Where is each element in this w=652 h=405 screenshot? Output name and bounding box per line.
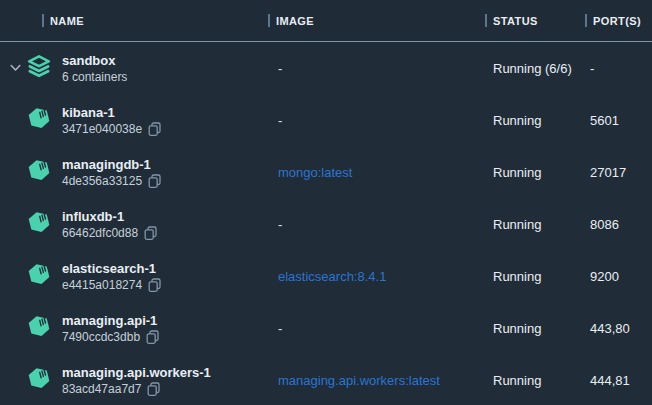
container-icon bbox=[26, 105, 53, 135]
container-icon bbox=[26, 365, 53, 395]
container-name: sandbox bbox=[62, 52, 127, 69]
container-id: e4415a018274 bbox=[62, 277, 142, 293]
chevron-down-icon[interactable] bbox=[10, 63, 21, 74]
container-icon bbox=[26, 157, 53, 187]
ports-cell: 443,80 bbox=[585, 321, 652, 336]
column-divider bbox=[268, 14, 270, 27]
container-icon bbox=[26, 209, 53, 239]
name-cell: elasticsearch-1 e4415a018274 bbox=[0, 260, 268, 293]
status-cell: Running bbox=[485, 321, 585, 336]
container-name: managing.api-1 bbox=[62, 312, 159, 329]
table-body: sandbox 6 containers - Running (6/6) - bbox=[0, 42, 652, 405]
name-cell: managing.api-1 7490ccdc3dbb bbox=[0, 312, 268, 345]
copy-icon[interactable] bbox=[144, 226, 157, 240]
column-header-image-label: IMAGE bbox=[276, 15, 314, 27]
column-header-name[interactable]: NAME bbox=[0, 14, 268, 27]
status-cell: Running bbox=[485, 269, 585, 284]
column-divider bbox=[585, 14, 587, 27]
copy-icon[interactable] bbox=[147, 382, 160, 396]
image-cell: - bbox=[268, 61, 485, 76]
name-cell: kibana-1 3471e040038e bbox=[0, 104, 268, 137]
stack-icon bbox=[26, 55, 52, 82]
table-header: NAME IMAGE STATUS PORT(S) bbox=[0, 0, 652, 42]
name-cell: influxdb-1 66462dfc0d88 bbox=[0, 208, 268, 241]
container-id: 7490ccdc3dbb bbox=[62, 329, 140, 345]
container-id: 83acd47aa7d7 bbox=[62, 381, 141, 397]
container-name: managingdb-1 bbox=[62, 156, 161, 173]
container-id: 66462dfc0d88 bbox=[62, 225, 138, 241]
container-row[interactable]: elasticsearch-1 e4415a018274 elasticsear… bbox=[0, 250, 652, 302]
container-row[interactable]: influxdb-1 66462dfc0d88 - Running 8086 bbox=[0, 198, 652, 250]
column-header-name-label: NAME bbox=[50, 15, 84, 27]
status-cell: Running (6/6) bbox=[485, 61, 585, 76]
copy-icon[interactable] bbox=[146, 330, 159, 344]
copy-icon[interactable] bbox=[148, 174, 161, 188]
container-row[interactable]: managingdb-1 4de356a33125 mongo:latest R… bbox=[0, 146, 652, 198]
ports-cell: 5601 bbox=[585, 113, 652, 128]
status-cell: Running bbox=[485, 165, 585, 180]
status-cell: Running bbox=[485, 217, 585, 232]
copy-icon[interactable] bbox=[148, 122, 161, 136]
status-cell: Running bbox=[485, 113, 585, 128]
container-row[interactable]: managing.api-1 7490ccdc3dbb - Running 44… bbox=[0, 302, 652, 354]
column-header-image[interactable]: IMAGE bbox=[268, 14, 485, 27]
column-header-status[interactable]: STATUS bbox=[485, 14, 585, 27]
container-id: 3471e040038e bbox=[62, 121, 142, 137]
column-header-status-label: STATUS bbox=[493, 15, 538, 27]
containers-table: NAME IMAGE STATUS PORT(S) bbox=[0, 0, 652, 405]
container-id: 4de356a33125 bbox=[62, 173, 142, 189]
column-divider bbox=[42, 14, 44, 27]
container-row[interactable]: kibana-1 3471e040038e - Running 5601 bbox=[0, 94, 652, 146]
column-divider bbox=[485, 14, 487, 27]
name-cell: managingdb-1 4de356a33125 bbox=[0, 156, 268, 189]
column-header-ports-label: PORT(S) bbox=[593, 15, 641, 27]
container-name: elasticsearch-1 bbox=[62, 260, 161, 277]
container-row[interactable]: managing.api.workers-1 83acd47aa7d7 mana… bbox=[0, 354, 652, 405]
image-link[interactable]: managing.api.workers:latest bbox=[268, 373, 485, 388]
container-name: influxdb-1 bbox=[62, 208, 157, 225]
ports-cell: 9200 bbox=[585, 269, 652, 284]
ports-cell: 444,81 bbox=[585, 373, 652, 388]
container-icon bbox=[26, 313, 53, 343]
image-cell: - bbox=[268, 113, 485, 128]
ports-cell: 8086 bbox=[585, 217, 652, 232]
ports-cell: 27017 bbox=[585, 165, 652, 180]
name-cell: managing.api.workers-1 83acd47aa7d7 bbox=[0, 364, 268, 397]
stack-row[interactable]: sandbox 6 containers - Running (6/6) - bbox=[0, 42, 652, 94]
image-cell: - bbox=[268, 321, 485, 336]
status-cell: Running bbox=[485, 373, 585, 388]
image-link[interactable]: mongo:latest bbox=[268, 165, 485, 180]
image-cell: - bbox=[268, 217, 485, 232]
copy-icon[interactable] bbox=[148, 278, 161, 292]
column-header-ports[interactable]: PORT(S) bbox=[585, 14, 652, 27]
container-count: 6 containers bbox=[62, 69, 127, 85]
image-link[interactable]: elasticsearch:8.4.1 bbox=[268, 269, 485, 284]
name-cell: sandbox 6 containers bbox=[0, 52, 268, 85]
container-name: managing.api.workers-1 bbox=[62, 364, 211, 381]
container-name: kibana-1 bbox=[62, 104, 161, 121]
ports-cell: - bbox=[585, 61, 652, 76]
container-icon bbox=[26, 261, 53, 291]
